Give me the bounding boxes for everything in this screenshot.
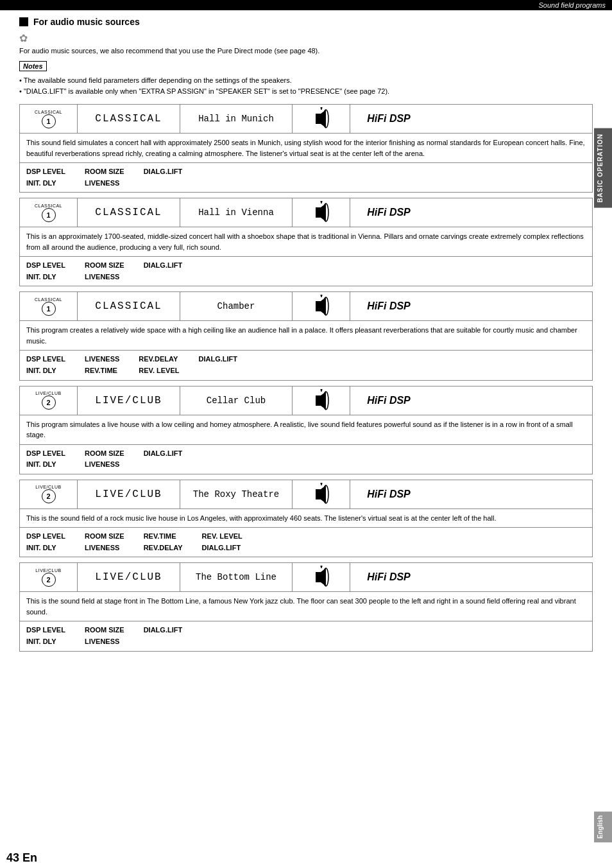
param-label: REV. LEVEL bbox=[202, 531, 242, 542]
svg-rect-21 bbox=[316, 489, 321, 499]
param-label: REV.TIME bbox=[85, 365, 119, 377]
badge-cell-5: LIVE/CLUB 2 bbox=[20, 563, 78, 591]
speaker-icon bbox=[309, 107, 334, 130]
param-col-3-1: ROOM SIZELIVENESS bbox=[85, 448, 124, 471]
program-name-cell-5: LIVE/CLUB bbox=[78, 563, 180, 591]
param-label: INIT. DLY bbox=[26, 459, 65, 471]
hifi-text-5: HiFi DSP bbox=[367, 571, 411, 583]
badge-circle-5: 2 bbox=[42, 573, 56, 587]
badge-cell-2: CLASSICAL 1 bbox=[20, 292, 78, 320]
speaker-icon-cell-3 bbox=[293, 386, 350, 415]
param-label: DIALG.LIFT bbox=[144, 260, 183, 272]
param-col-4-1: ROOM SIZELIVENESS bbox=[85, 531, 124, 553]
top-bar: Sound field programs bbox=[0, 0, 612, 10]
venue-cell-3: Cellar Club bbox=[180, 386, 293, 415]
hifi-text-2: HiFi DSP bbox=[367, 300, 411, 312]
param-label: DIALG.LIFT bbox=[144, 448, 183, 460]
param-col-5-0: DSP LEVELINIT. DLY bbox=[26, 625, 65, 647]
param-col-1-1: ROOM SIZELIVENESS bbox=[85, 260, 124, 282]
param-col-1-0: DSP LEVELINIT. DLY bbox=[26, 260, 65, 282]
hifi-cell-2: HiFi DSP bbox=[350, 292, 427, 320]
speaker-icon-cell-2 bbox=[293, 292, 350, 320]
sidebar-text: BASIC OPERATION bbox=[597, 134, 604, 203]
badge-label-4: LIVE/CLUB bbox=[35, 485, 61, 489]
svg-point-19 bbox=[320, 389, 322, 391]
speaker-icon-cell-1 bbox=[293, 198, 350, 227]
badge-label-3: LIVE/CLUB bbox=[35, 391, 61, 395]
hifi-cell-0: HiFi DSP bbox=[350, 105, 427, 133]
param-label: ROOM SIZE bbox=[85, 531, 124, 542]
venue-cell-5: The Bottom Line bbox=[180, 563, 293, 591]
svg-rect-26 bbox=[316, 572, 321, 582]
hifi-cell-3: HiFi DSP bbox=[350, 386, 427, 415]
notes-label: Notes bbox=[19, 61, 47, 71]
svg-rect-1 bbox=[316, 114, 321, 124]
param-label: LIVENESS bbox=[85, 272, 124, 283]
param-label: LIVENESS bbox=[85, 636, 124, 648]
prog-params-0: DSP LEVELINIT. DLYROOM SIZELIVENESSDIALG… bbox=[20, 163, 592, 192]
param-col-3-0: DSP LEVELINIT. DLY bbox=[26, 448, 65, 471]
param-label: LIVENESS bbox=[85, 178, 124, 189]
hifi-cell-4: HiFi DSP bbox=[350, 480, 427, 508]
param-label: DIALG.LIFT bbox=[199, 354, 238, 365]
param-label: ROOM SIZE bbox=[85, 166, 124, 178]
param-col-0-0: DSP LEVELINIT. DLY bbox=[26, 166, 65, 189]
program-section-2: CLASSICAL 1 CLASSICALChamber HiFi DSPThi… bbox=[19, 291, 593, 380]
speaker-icon bbox=[309, 295, 334, 318]
program-header-5: LIVE/CLUB 2 LIVE/CLUBThe Bottom Line HiF… bbox=[20, 563, 592, 592]
badge-label-1: CLASSICAL bbox=[35, 204, 62, 208]
program-header-3: LIVE/CLUB 2 LIVE/CLUBCellar Club HiFi DS… bbox=[20, 386, 592, 415]
prog-description-0: This sound field simulates a concert hal… bbox=[20, 134, 592, 163]
badge-cell-0: CLASSICAL 1 bbox=[20, 105, 78, 133]
param-label: INIT. DLY bbox=[26, 542, 65, 554]
badge-cell-3: LIVE/CLUB 2 bbox=[20, 386, 78, 415]
speaker-icon-cell-5 bbox=[293, 563, 350, 591]
svg-point-29 bbox=[320, 566, 322, 568]
param-label: REV.TIME bbox=[144, 531, 183, 542]
hifi-text-4: HiFi DSP bbox=[367, 489, 411, 500]
note-item-1: • The available sound field parameters d… bbox=[19, 75, 593, 86]
param-label: REV.DELAY bbox=[139, 354, 179, 365]
section-heading-text: For audio music sources bbox=[33, 17, 140, 27]
venue-cell-4: The Roxy Theatre bbox=[180, 480, 293, 508]
param-label: REV.DELAY bbox=[144, 542, 183, 554]
svg-point-9 bbox=[320, 201, 322, 203]
param-label: LIVENESS bbox=[85, 542, 124, 554]
hifi-cell-1: HiFi DSP bbox=[350, 198, 427, 227]
badge-circle-2: 1 bbox=[42, 302, 56, 316]
param-col-5-1: ROOM SIZELIVENESS bbox=[85, 625, 124, 647]
svg-point-24 bbox=[320, 483, 322, 485]
hifi-text-0: HiFi DSP bbox=[367, 113, 411, 125]
speaker-icon bbox=[309, 483, 334, 506]
program-name-cell-1: CLASSICAL bbox=[78, 198, 180, 227]
program-header-2: CLASSICAL 1 CLASSICALChamber HiFi DSP bbox=[20, 292, 592, 321]
program-header-1: CLASSICAL 1 CLASSICALHall in Vienna HiFi… bbox=[20, 198, 592, 227]
language-sidebar: English bbox=[594, 812, 612, 842]
section-title: For audio music sources bbox=[19, 17, 593, 27]
param-col-2-2: REV.DELAYREV. LEVEL bbox=[139, 354, 179, 376]
venue-cell-2: Chamber bbox=[180, 292, 293, 320]
param-label: DSP LEVEL bbox=[26, 166, 65, 178]
program-section-3: LIVE/CLUB 2 LIVE/CLUBCellar Club HiFi DS… bbox=[19, 386, 593, 474]
param-col-0-2: DIALG.LIFT bbox=[144, 166, 183, 189]
prog-params-3: DSP LEVELINIT. DLYROOM SIZELIVENESSDIALG… bbox=[20, 445, 592, 474]
prog-description-5: This is the sound field at stage front i… bbox=[20, 592, 592, 621]
prog-params-4: DSP LEVELINIT. DLYROOM SIZELIVENESSREV.T… bbox=[20, 528, 592, 557]
svg-point-4 bbox=[320, 107, 322, 109]
speaker-icon-cell-0 bbox=[293, 105, 350, 133]
basic-operation-sidebar: BASIC OPERATION bbox=[594, 128, 612, 208]
prog-params-1: DSP LEVELINIT. DLYROOM SIZELIVENESSDIALG… bbox=[20, 257, 592, 286]
param-label: INIT. DLY bbox=[26, 178, 65, 189]
prog-params-2: DSP LEVELINIT. DLYLIVENESSREV.TIMEREV.DE… bbox=[20, 351, 592, 379]
badge-cell-4: LIVE/CLUB 2 bbox=[20, 480, 78, 508]
svg-rect-6 bbox=[316, 207, 321, 218]
param-label: ROOM SIZE bbox=[85, 625, 124, 636]
param-label: ROOM SIZE bbox=[85, 448, 124, 460]
speaker-icon bbox=[309, 389, 334, 412]
program-section-0: CLASSICAL 1 CLASSICALHall in Munich HiFi… bbox=[19, 104, 593, 193]
param-col-1-2: DIALG.LIFT bbox=[144, 260, 183, 282]
prog-description-4: This is the sound field of a rock music … bbox=[20, 509, 592, 528]
program-name-cell-3: LIVE/CLUB bbox=[78, 386, 180, 415]
program-name-cell-2: CLASSICAL bbox=[78, 292, 180, 320]
svg-rect-11 bbox=[316, 301, 321, 311]
